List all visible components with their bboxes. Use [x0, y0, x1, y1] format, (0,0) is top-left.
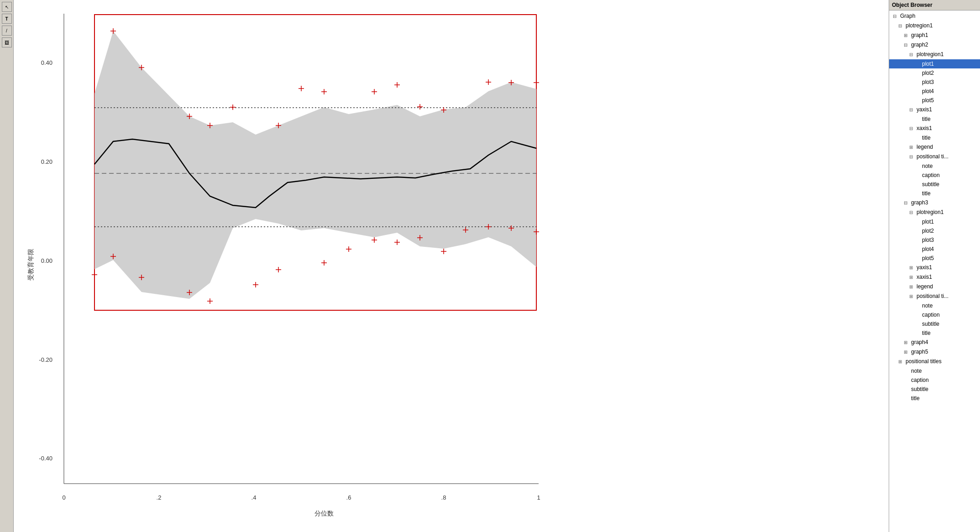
tree-item-plotregion1_b[interactable]: ⊟plotregion1 — [889, 50, 980, 59]
tree-label-graph5: graph5 — [911, 348, 928, 356]
tree-expander-positional_titles[interactable]: ⊞ — [898, 358, 906, 366]
tree-item-title_c[interactable]: title — [889, 329, 980, 338]
tree-label-graph2: graph2 — [911, 41, 928, 49]
tree-item-plot2[interactable]: plot2 — [889, 68, 980, 78]
tree-item-graph1[interactable]: ⊞graph1 — [889, 31, 980, 40]
image-tool[interactable]: 🖼 — [2, 37, 12, 47]
tree-item-plot3_c[interactable]: plot3 — [889, 235, 980, 245]
tree-expander-plotregion1_b[interactable]: ⊟ — [909, 51, 917, 59]
ytick-020: 0.20 — [41, 158, 52, 165]
tree-item-subtitle_c[interactable]: subtitle — [889, 319, 980, 329]
tree-label-graph1: graph1 — [911, 31, 928, 39]
tree-expander-graph5[interactable]: ⊞ — [904, 348, 911, 356]
tree-expander-yaxis1_c[interactable]: ⊞ — [909, 264, 917, 272]
tree-item-plotregion1_c[interactable]: ⊟plotregion1 — [889, 208, 980, 217]
tree-label-legend_c: legend — [917, 282, 933, 291]
tree-item-yaxis1_c[interactable]: ⊞yaxis1 — [889, 263, 980, 272]
ytick-040: 0.40 — [41, 59, 52, 66]
tree-label-plot3_c: plot3 — [922, 236, 934, 244]
tree-item-plot1_c[interactable]: plot1 — [889, 217, 980, 226]
tree-label-positional_ti_c: positional ti... — [917, 292, 949, 300]
xtick-06: .6 — [346, 494, 351, 501]
tree-item-positional_titles[interactable]: ⊞positional titles — [889, 357, 980, 366]
tree-item-note_top[interactable]: note — [889, 366, 980, 376]
cursor-tool[interactable]: ↖ — [2, 2, 12, 12]
tree-item-yaxis1_title[interactable]: title — [889, 115, 980, 124]
tree-expander-legend_a[interactable]: ⊞ — [909, 143, 917, 151]
tree-item-plot1[interactable]: plot1 — [889, 59, 980, 68]
tree-item-caption_a[interactable]: caption — [889, 171, 980, 180]
tree-expander-yaxis1_a[interactable]: ⊟ — [909, 106, 917, 114]
xtick-02: .2 — [157, 494, 162, 501]
tree-label-note_top: note — [911, 367, 922, 375]
tree-expander-xaxis1_a[interactable]: ⊟ — [909, 125, 917, 133]
tree-expander-positional_ti_c[interactable]: ⊞ — [909, 292, 917, 301]
tree-item-plot5[interactable]: plot5 — [889, 96, 980, 105]
right-panel: Object Browser ⊟Graph⊟plotregion1⊞graph1… — [889, 0, 980, 532]
tree-container[interactable]: ⊟Graph⊟plotregion1⊞graph1⊟graph2⊟plotreg… — [889, 10, 980, 532]
xtick-08: .8 — [441, 494, 446, 501]
tree-expander-graph4[interactable]: ⊞ — [904, 339, 911, 347]
tree-item-xaxis1_title[interactable]: title — [889, 133, 980, 142]
tree-expander-xaxis1_c[interactable]: ⊞ — [909, 273, 917, 282]
tree-item-title_top[interactable]: title — [889, 394, 980, 403]
tree-item-yaxis1_a[interactable]: ⊟yaxis1 — [889, 105, 980, 115]
tree-item-legend_a[interactable]: ⊞legend — [889, 142, 980, 152]
tree-label-title_a: title — [922, 189, 931, 198]
tree-expander-legend_c[interactable]: ⊞ — [909, 283, 917, 291]
tree-item-caption_c[interactable]: caption — [889, 310, 980, 319]
tree-item-plot5_c[interactable]: plot5 — [889, 254, 980, 263]
tree-label-graph4: graph4 — [911, 338, 928, 346]
ytick-n040: -0.40 — [39, 455, 52, 462]
tree-item-positional_ti_c[interactable]: ⊞positional ti... — [889, 292, 980, 301]
tree-item-plot2_c[interactable]: plot2 — [889, 226, 980, 235]
tree-label-graph: Graph — [900, 12, 915, 20]
tree-label-plot2: plot2 — [922, 69, 934, 77]
xtick-1: 1 — [537, 494, 540, 501]
tree-item-positional_ti_a[interactable]: ⊟positional ti... — [889, 152, 980, 162]
tree-label-yaxis1_a: yaxis1 — [917, 105, 932, 114]
tree-expander-graph2[interactable]: ⊟ — [904, 41, 911, 49]
tree-item-graph2[interactable]: ⊟graph2 — [889, 40, 980, 50]
ytick-000: 0.00 — [41, 257, 52, 264]
tree-item-xaxis1_a[interactable]: ⊟xaxis1 — [889, 124, 980, 133]
tree-label-title_c: title — [922, 329, 931, 337]
tree-label-xaxis1_title: title — [922, 134, 931, 142]
tree-item-note_a[interactable]: note — [889, 162, 980, 171]
tree-expander-graph1[interactable]: ⊞ — [904, 31, 911, 40]
tree-item-caption_top[interactable]: caption — [889, 376, 980, 385]
tree-label-note_a: note — [922, 162, 933, 170]
tree-expander-plotregion1_c[interactable]: ⊟ — [909, 209, 917, 217]
tree-item-xaxis1_c[interactable]: ⊞xaxis1 — [889, 272, 980, 282]
tree-item-plot4_c[interactable]: plot4 — [889, 245, 980, 254]
tree-expander-positional_ti_a[interactable]: ⊟ — [909, 153, 917, 161]
tree-item-subtitle_top[interactable]: subtitle — [889, 385, 980, 394]
tree-expander-graph[interactable]: ⊟ — [893, 12, 900, 21]
tree-item-graph[interactable]: ⊟Graph — [889, 11, 980, 21]
tree-item-note_c[interactable]: note — [889, 301, 980, 310]
tree-label-subtitle_c: subtitle — [922, 320, 939, 328]
tree-label-plot1: plot1 — [922, 60, 934, 68]
line-tool[interactable]: / — [2, 26, 12, 36]
tree-item-title_a[interactable]: title — [889, 189, 980, 198]
tree-item-plot3[interactable]: plot3 — [889, 78, 980, 87]
tree-label-caption_a: caption — [922, 171, 940, 179]
tree-label-subtitle_top: subtitle — [911, 385, 928, 393]
tree-label-caption_c: caption — [922, 311, 940, 319]
tree-item-graph5[interactable]: ⊞graph5 — [889, 347, 980, 357]
tree-expander-graph3[interactable]: ⊟ — [904, 199, 911, 207]
tree-item-plotregion1_a[interactable]: ⊟plotregion1 — [889, 21, 980, 31]
chart-area: 受教育年限 分位数 0.40 0.20 0.00 -0.20 -0.40 0 .… — [14, 0, 889, 532]
panel-title: Object Browser — [889, 0, 980, 10]
tree-expander-plotregion1_a[interactable]: ⊟ — [898, 22, 906, 30]
tree-item-legend_c[interactable]: ⊞legend — [889, 282, 980, 292]
tree-item-graph4[interactable]: ⊞graph4 — [889, 338, 980, 347]
tree-label-title_top: title — [911, 394, 920, 402]
text-tool[interactable]: T — [2, 14, 12, 24]
tree-label-plotregion1_a: plotregion1 — [906, 21, 933, 30]
tree-item-subtitle_a[interactable]: subtitle — [889, 180, 980, 189]
tree-label-plot4_c: plot4 — [922, 245, 934, 253]
tree-item-plot4[interactable]: plot4 — [889, 87, 980, 96]
tree-item-graph3[interactable]: ⊟graph3 — [889, 198, 980, 208]
tree-label-plot4: plot4 — [922, 87, 934, 95]
